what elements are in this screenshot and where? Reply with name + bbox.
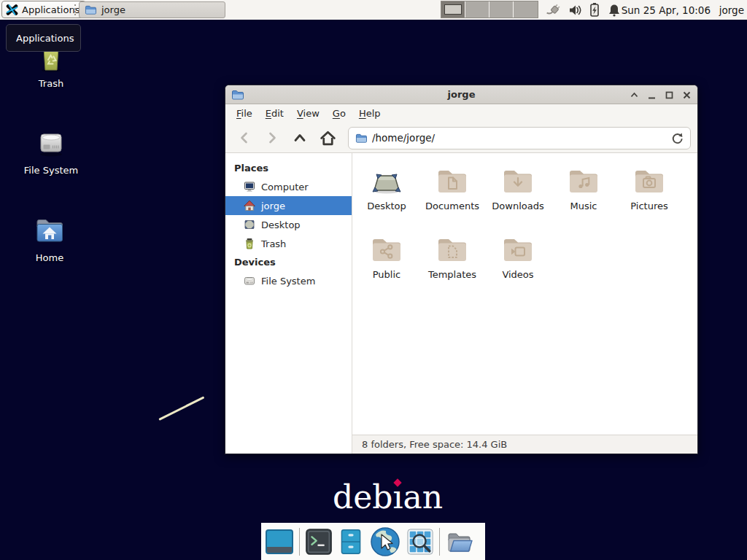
folder-item-music[interactable]: Music bbox=[551, 163, 616, 225]
folder-item-desktop[interactable]: Desktop bbox=[354, 163, 419, 225]
file-manager-launcher[interactable] bbox=[338, 528, 364, 556]
desktop-icon bbox=[244, 219, 255, 230]
taskbar-window-button[interactable]: jorge bbox=[79, 1, 225, 18]
menu-file[interactable]: File bbox=[230, 104, 259, 123]
window-title: jorge bbox=[225, 89, 697, 100]
workspace-2[interactable] bbox=[465, 1, 489, 18]
folder-label: Downloads bbox=[492, 201, 543, 211]
menu-help[interactable]: Help bbox=[352, 104, 387, 123]
folder-item-downloads[interactable]: Downloads bbox=[485, 163, 551, 225]
file-manager-window: jorge File Edit View Go Help bbox=[225, 85, 698, 454]
sidebar-item-filesystem[interactable]: File System bbox=[225, 271, 352, 290]
path-folder-icon bbox=[355, 133, 367, 144]
show-desktop-button[interactable] bbox=[265, 527, 294, 556]
menubar: File Edit View Go Help bbox=[225, 104, 697, 123]
sidebar-item-label: Computer bbox=[261, 182, 309, 192]
cursor-trail bbox=[158, 396, 204, 420]
volume-icon[interactable] bbox=[568, 3, 582, 18]
sidebar-item-desktop[interactable]: Desktop bbox=[225, 215, 352, 234]
menu-edit[interactable]: Edit bbox=[259, 104, 290, 123]
panel-username[interactable]: jorge bbox=[719, 0, 744, 20]
folder-label: Public bbox=[373, 269, 400, 280]
music-folder-icon bbox=[566, 163, 601, 198]
forward-button[interactable] bbox=[259, 127, 285, 149]
dock-folder-icon bbox=[445, 527, 474, 556]
workspace-window-thumbnail bbox=[444, 4, 462, 15]
logo-text: deb bbox=[333, 478, 392, 516]
up-button[interactable] bbox=[287, 127, 313, 149]
workspace-switcher bbox=[441, 1, 538, 18]
applications-label: Applications bbox=[22, 4, 80, 15]
menu-view[interactable]: View bbox=[290, 104, 326, 123]
terminal-icon bbox=[305, 528, 333, 556]
back-button[interactable] bbox=[231, 127, 258, 149]
taskbar-folder-icon bbox=[85, 4, 96, 15]
desktop-workspace-icon bbox=[369, 163, 404, 198]
path-input[interactable] bbox=[372, 132, 666, 144]
desktop-icon-label: Trash bbox=[39, 78, 63, 89]
applications-tooltip: Applications bbox=[6, 24, 81, 52]
folder-shortcut[interactable] bbox=[445, 527, 474, 556]
folder-label: Desktop bbox=[367, 201, 406, 211]
public-folder-icon bbox=[369, 232, 404, 267]
reload-button[interactable] bbox=[671, 132, 684, 144]
sidebar-item-jorge[interactable]: jorge bbox=[225, 196, 352, 215]
desktop-icon-label: Home bbox=[36, 252, 63, 263]
notifications-bell-icon[interactable] bbox=[607, 3, 622, 18]
panel-clock[interactable]: Sun 25 Apr, 10:06 bbox=[622, 0, 711, 20]
harddrive-icon bbox=[34, 125, 69, 160]
folder-item-pictures[interactable]: Pictures bbox=[616, 163, 682, 225]
battery-charging-icon[interactable] bbox=[588, 2, 601, 18]
power-plug-icon[interactable] bbox=[546, 2, 562, 18]
documents-folder-icon bbox=[435, 163, 470, 198]
desktop-icon-filesystem[interactable]: File System bbox=[16, 125, 86, 176]
folder-item-public[interactable]: Public bbox=[354, 232, 419, 293]
sidebar-header-places: Places bbox=[225, 159, 352, 177]
debian-logo: debıan bbox=[333, 480, 443, 515]
top-panel: Applications jorge bbox=[0, 0, 747, 20]
maximize-button[interactable] bbox=[664, 90, 675, 101]
statusbar: 8 folders, Free space: 14.4 GiB bbox=[352, 435, 697, 454]
folder-label: Documents bbox=[425, 201, 479, 211]
sidebar-item-trash[interactable]: Trash bbox=[225, 234, 352, 253]
trash-icon bbox=[244, 238, 255, 249]
templates-folder-icon bbox=[435, 232, 470, 267]
tooltip-text: Applications bbox=[16, 33, 74, 44]
sidebar-header-devices: Devices bbox=[225, 253, 352, 271]
dock bbox=[261, 523, 485, 560]
folder-label: Templates bbox=[428, 269, 476, 280]
shade-button[interactable] bbox=[629, 90, 640, 101]
menu-go[interactable]: Go bbox=[326, 104, 352, 123]
terminal-launcher[interactable] bbox=[305, 528, 333, 556]
workspace-1[interactable] bbox=[441, 1, 465, 18]
web-browser-launcher[interactable] bbox=[369, 526, 401, 558]
path-bar[interactable] bbox=[348, 127, 691, 149]
desktop-icon-label: File System bbox=[24, 165, 78, 176]
workspace-3[interactable] bbox=[489, 1, 514, 18]
folder-item-templates[interactable]: Templates bbox=[419, 232, 485, 293]
desktop-icon-home[interactable]: Home bbox=[15, 212, 85, 263]
minimize-button[interactable] bbox=[646, 90, 657, 101]
harddrive-icon bbox=[244, 275, 255, 287]
folder-item-documents[interactable]: Documents bbox=[419, 163, 485, 225]
desktop: Trash File System Home debıan bbox=[0, 0, 747, 560]
taskbar-window-label: jorge bbox=[101, 4, 125, 15]
titlebar[interactable]: jorge bbox=[225, 85, 697, 104]
close-button[interactable] bbox=[681, 90, 692, 101]
panel-handle[interactable] bbox=[74, 4, 76, 15]
file-cabinet-icon bbox=[338, 528, 364, 556]
toolbar bbox=[225, 123, 697, 153]
sidebar-item-computer[interactable]: Computer bbox=[225, 177, 352, 196]
folder-item-videos[interactable]: Videos bbox=[485, 232, 551, 293]
home-button[interactable] bbox=[314, 127, 341, 149]
sidebar-item-label: Desktop bbox=[261, 219, 301, 230]
sidebar-item-label: jorge bbox=[261, 201, 285, 211]
workspace-4[interactable] bbox=[514, 1, 538, 18]
home-icon bbox=[244, 200, 255, 211]
dock-separator bbox=[439, 528, 440, 556]
dock-separator bbox=[299, 528, 300, 556]
applications-menu-button[interactable]: Applications bbox=[1, 1, 86, 18]
app-finder-launcher[interactable] bbox=[406, 528, 434, 556]
downloads-folder-icon bbox=[500, 163, 535, 198]
folder-label: Pictures bbox=[630, 201, 667, 211]
